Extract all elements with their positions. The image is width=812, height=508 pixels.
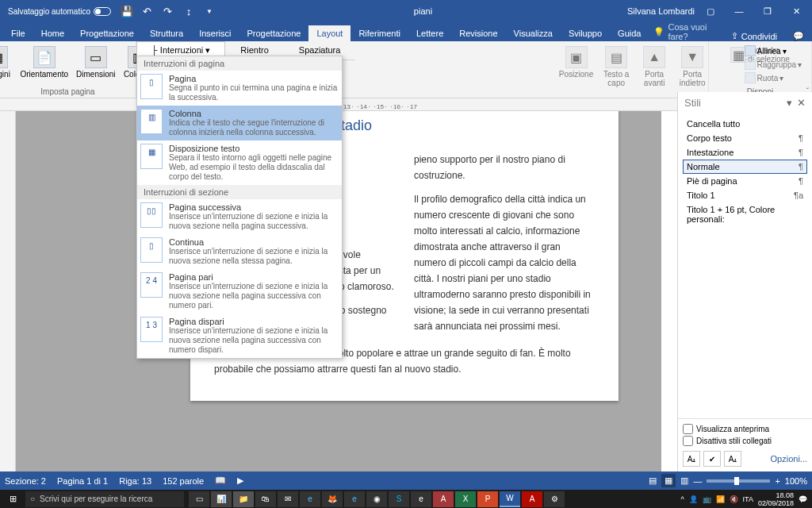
styles-options-link[interactable]: Opzioni... bbox=[771, 454, 807, 464]
zoom-level[interactable]: 100% bbox=[785, 476, 807, 486]
bring-forward-button[interactable]: ▲Porta avanti bbox=[638, 44, 671, 89]
vertical-ruler[interactable] bbox=[0, 111, 16, 471]
style-heading1-custom[interactable]: Titolo 1 + 16 pt, Colore personali: bbox=[683, 202, 807, 226]
app-chrome[interactable]: ◉ bbox=[366, 491, 387, 507]
app-excel[interactable]: X bbox=[455, 491, 476, 507]
wrap-text-button[interactable]: ▤Testo a capo bbox=[599, 44, 633, 89]
print-layout-view[interactable]: ▦ bbox=[661, 474, 676, 487]
style-header[interactable]: Intestazione¶ bbox=[683, 145, 807, 160]
size-button[interactable]: ▭Dimensioni bbox=[75, 44, 117, 80]
tray-notifications-icon[interactable]: 💬 bbox=[799, 495, 807, 503]
app-ie[interactable]: e bbox=[344, 491, 365, 507]
even-page-section-item[interactable]: 2 4 Pagina pariInserisce un'interruzione… bbox=[137, 269, 342, 314]
status-words[interactable]: 152 parole bbox=[163, 476, 204, 486]
status-section[interactable]: Sezione: 2 bbox=[5, 476, 46, 486]
odd-page-section-item[interactable]: 1 3 Pagina dispariInserisce un'interruzi… bbox=[137, 314, 342, 358]
style-heading1[interactable]: Titolo 1¶a bbox=[683, 188, 807, 202]
app-store[interactable]: 🛍 bbox=[255, 491, 276, 507]
style-normal[interactable]: Normale¶ bbox=[683, 160, 807, 174]
web-layout-view[interactable]: ▥ bbox=[680, 475, 688, 486]
margins-button[interactable]: ▦Margini bbox=[0, 44, 13, 80]
tab-layout[interactable]: Layout bbox=[308, 25, 350, 41]
styles-close-icon[interactable]: ✕ bbox=[797, 97, 806, 109]
zoom-out-button[interactable]: — bbox=[693, 476, 702, 486]
orientation-button[interactable]: 📄Orientamento bbox=[18, 44, 70, 80]
app-settings[interactable]: ⚙ bbox=[544, 491, 565, 507]
tray-language[interactable]: ITA bbox=[743, 495, 753, 503]
tray-volume-icon[interactable]: 🔇 bbox=[730, 495, 738, 503]
status-page[interactable]: Pagina 1 di 1 bbox=[57, 476, 108, 486]
tray-people-icon[interactable]: 👤 bbox=[689, 495, 698, 503]
tab-visualizza[interactable]: Visualizza bbox=[506, 25, 561, 41]
style-clear-all[interactable]: Cancella tutto bbox=[683, 117, 807, 131]
app-word[interactable]: W bbox=[500, 491, 520, 507]
show-preview-checkbox[interactable]: Visualizza anteprima bbox=[683, 424, 807, 434]
redo-button[interactable]: ↷ bbox=[159, 2, 178, 21]
zoom-in-button[interactable]: + bbox=[775, 476, 779, 486]
undo-button[interactable]: ↶ bbox=[138, 2, 157, 21]
app-explorer[interactable]: 📁 bbox=[233, 491, 254, 507]
tab-home[interactable]: Home bbox=[33, 25, 72, 41]
app-firefox[interactable]: 🦊 bbox=[322, 491, 343, 507]
tab-struttura[interactable]: Struttura bbox=[142, 25, 191, 41]
tab-revisione[interactable]: Revisione bbox=[451, 25, 505, 41]
align-button[interactable]: Allinea ▾ bbox=[742, 44, 804, 57]
tab-guida[interactable]: Guida bbox=[610, 25, 649, 41]
macros-icon[interactable]: ▶ bbox=[237, 475, 243, 486]
tray-clock[interactable]: 18.08 02/09/2018 bbox=[758, 491, 794, 507]
group-button[interactable]: Raggruppa ▾ bbox=[742, 58, 804, 71]
page-break-item[interactable]: ▯ PaginaSegna il punto in cui termina un… bbox=[137, 71, 342, 106]
qat-customize[interactable]: ▼ bbox=[200, 2, 219, 21]
manage-styles-button[interactable]: A₄ bbox=[724, 451, 741, 467]
tab-sviluppo[interactable]: Sviluppo bbox=[561, 25, 610, 41]
column-break-item[interactable]: ▥ ColonnaIndica che il testo che segue l… bbox=[137, 106, 342, 140]
app-access[interactable]: A bbox=[433, 491, 454, 507]
share-button[interactable]: ⇪ Condividi bbox=[723, 31, 785, 41]
style-footer[interactable]: Piè di pagina¶ bbox=[683, 174, 807, 188]
style-inspector-button[interactable]: ✔ bbox=[703, 451, 721, 467]
app-acrobat[interactable]: A bbox=[522, 491, 542, 507]
taskbar-search[interactable]: ○ Scrivi qui per eseguire la ricerca bbox=[25, 491, 184, 507]
start-button[interactable]: ⊞ bbox=[0, 490, 25, 508]
rotate-button[interactable]: Ruota ▾ bbox=[742, 71, 804, 84]
tab-lettere[interactable]: Lettere bbox=[408, 25, 451, 41]
new-style-button[interactable]: A₄ bbox=[683, 451, 700, 467]
app-edge2[interactable]: e bbox=[411, 491, 431, 507]
window-minimize[interactable]: — bbox=[726, 2, 752, 21]
task-view-button[interactable]: ▭ bbox=[189, 491, 209, 507]
autosave-toggle[interactable]: Salvataggio automatico bbox=[3, 7, 116, 16]
tray-cast-icon[interactable]: 📺 bbox=[703, 495, 711, 503]
tell-me-search[interactable]: 💡 Cosa vuoi fare? bbox=[653, 22, 722, 41]
tab-file[interactable]: File bbox=[3, 25, 33, 41]
checkbox-input[interactable] bbox=[683, 424, 693, 434]
disable-linked-styles-checkbox[interactable]: Disattiva stili collegati bbox=[683, 436, 807, 446]
send-backward-button[interactable]: ▼Porta indietro bbox=[676, 44, 709, 89]
status-row[interactable]: Riga: 13 bbox=[119, 476, 151, 486]
touch-mode-button[interactable]: ↕ bbox=[179, 2, 198, 21]
app-edge[interactable]: e bbox=[300, 491, 320, 507]
spellcheck-icon[interactable]: 📖 bbox=[215, 475, 226, 486]
checkbox-input[interactable] bbox=[683, 436, 693, 446]
tab-progettazione2[interactable]: Progettazione bbox=[239, 25, 309, 41]
continuous-section-item[interactable]: ▯ ContinuaInserisce un'interruzione di s… bbox=[137, 234, 342, 269]
next-page-section-item[interactable]: ▯▯ Pagina successivaInserisce un'interru… bbox=[137, 199, 342, 234]
window-close[interactable]: ✕ bbox=[783, 2, 809, 21]
styles-dropdown-icon[interactable]: ▾ bbox=[787, 97, 792, 109]
comments-button[interactable]: 💬 bbox=[785, 31, 812, 41]
zoom-slider[interactable] bbox=[707, 479, 770, 483]
app-task-manager[interactable]: 📊 bbox=[211, 491, 232, 507]
app-mail[interactable]: ✉ bbox=[278, 491, 298, 507]
tab-progettazione[interactable]: Progettazione bbox=[72, 25, 142, 41]
tray-overflow-icon[interactable]: ^ bbox=[680, 495, 684, 503]
ribbon-display-options[interactable]: ▢ bbox=[698, 2, 723, 21]
save-button[interactable]: 💾 bbox=[117, 2, 136, 21]
tray-wifi-icon[interactable]: 📶 bbox=[716, 495, 725, 503]
app-powerpoint[interactable]: P bbox=[477, 491, 498, 507]
read-mode-view[interactable]: ▤ bbox=[649, 475, 657, 486]
position-button[interactable]: ▣Posizione bbox=[557, 44, 595, 80]
app-skype[interactable]: S bbox=[389, 491, 409, 507]
tab-inserisci[interactable]: Inserisci bbox=[191, 25, 239, 41]
tab-riferimenti[interactable]: Riferimenti bbox=[350, 25, 408, 41]
style-body-text[interactable]: Corpo testo¶ bbox=[683, 131, 807, 145]
text-wrapping-break-item[interactable]: ▦ Disposizione testoSepara il testo into… bbox=[137, 140, 342, 185]
